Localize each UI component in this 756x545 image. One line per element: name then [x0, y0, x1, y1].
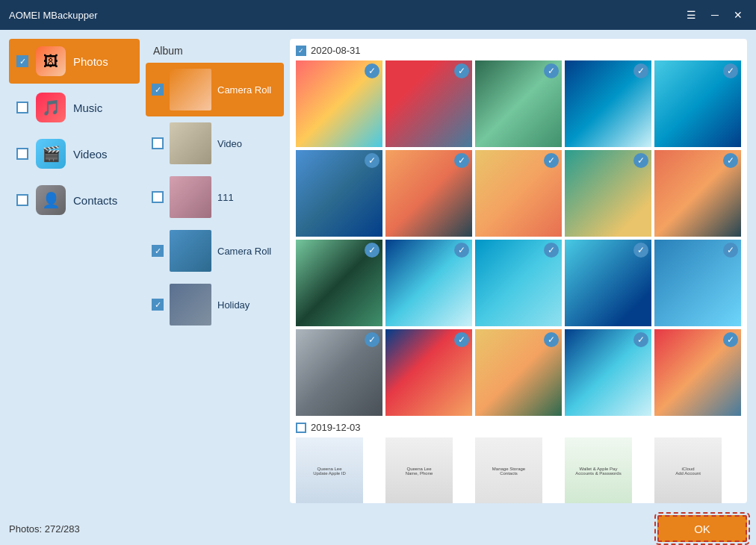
- album-panel: Album Camera Roll Video 111 Camera Roll: [146, 39, 284, 503]
- contacts-label: Contacts: [73, 194, 117, 207]
- screenshot-item[interactable]: Manage StorageContacts: [475, 437, 542, 503]
- date-2020-label: 2020-08-31: [311, 45, 361, 56]
- contacts-icon: 👤: [36, 185, 66, 215]
- camera-roll-2-thumb: [170, 230, 211, 272]
- photo-checkmark: ✓: [633, 243, 648, 258]
- date-2020-checkbox[interactable]: [296, 46, 306, 56]
- screenshot-item[interactable]: Wallet & Apple PayAccounts & Passwords: [565, 437, 632, 503]
- photo-item[interactable]: ✓: [654, 150, 741, 237]
- bottom-bar: Photos: 272/283 OK: [0, 512, 756, 545]
- photo-item[interactable]: ✓: [565, 60, 651, 147]
- screenshot-item[interactable]: iCloudAdd Account: [654, 437, 722, 503]
- photo-checkmark: ✓: [723, 332, 738, 347]
- photo-item[interactable]: ✓: [565, 150, 651, 237]
- photo-item[interactable]: ✓: [475, 150, 562, 237]
- screenshot-item[interactable]: Queena LeeName, Phone: [385, 437, 453, 503]
- photo-item[interactable]: ✓: [385, 240, 472, 326]
- music-icon: 🎵: [36, 93, 66, 122]
- camera-roll-2-label: Camera Roll: [217, 246, 271, 257]
- sidebar-item-contacts[interactable]: 👤 Contacts: [9, 178, 140, 222]
- camera-roll-active-thumb: [170, 69, 211, 110]
- photo-item[interactable]: ✓: [475, 329, 562, 416]
- photo-checkmark: ✓: [544, 153, 559, 168]
- photo-checkmark: ✓: [544, 243, 559, 258]
- title-bar: AOMEI MBackupper ☰ ─ ✕: [0, 0, 756, 30]
- photo-item[interactable]: ✓: [296, 150, 382, 237]
- menu-button[interactable]: ☰: [682, 8, 701, 22]
- photos-checkbox[interactable]: [16, 55, 28, 67]
- photo-item[interactable]: ✓: [385, 329, 472, 416]
- album-header: Album: [146, 39, 284, 63]
- photo-checkmark: ✓: [633, 63, 648, 78]
- screenshot-thumb: Manage StorageContacts: [475, 437, 542, 503]
- photo-checkmark: ✓: [544, 63, 559, 78]
- album-item-camera-roll-2[interactable]: Camera Roll: [146, 224, 284, 278]
- photos-icon: 🖼: [36, 46, 66, 76]
- photo-item[interactable]: ✓: [654, 60, 741, 147]
- minimize-button[interactable]: ─: [707, 8, 723, 22]
- date-section-2019-12: 2019-12-03 Queena LeeUpdate Apple ID Que…: [296, 422, 741, 503]
- ok-button[interactable]: OK: [657, 515, 747, 542]
- photo-item[interactable]: ✓: [475, 240, 562, 326]
- photo-checkmark: ✓: [365, 332, 379, 347]
- screenshot-thumb: Queena LeeUpdate Apple ID: [296, 437, 363, 503]
- photo-grid-panel[interactable]: 2020-08-31 ✓ ✓ ✓ ✓: [290, 39, 747, 503]
- album-item-camera-roll-active[interactable]: Camera Roll: [146, 63, 284, 116]
- date-2019-12-label: 2019-12-03: [311, 422, 361, 433]
- videos-checkbox[interactable]: [16, 148, 28, 160]
- photo-checkmark: ✓: [723, 243, 738, 258]
- status-label: Photos: 272/283: [9, 523, 80, 535]
- photo-checkmark: ✓: [365, 153, 379, 168]
- album-item-video[interactable]: Video: [146, 116, 284, 170]
- photo-checkmark: ✓: [365, 243, 379, 258]
- videos-label: Videos: [73, 148, 108, 161]
- photos-label: Photos: [73, 55, 108, 68]
- videos-icon: 🎬: [36, 139, 66, 169]
- album-item-111[interactable]: 111: [146, 170, 284, 224]
- camera-roll-active-checkbox[interactable]: [152, 84, 164, 96]
- sidebar-item-photos[interactable]: 🖼 Photos: [9, 39, 140, 84]
- album-item-holiday[interactable]: Holiday: [146, 278, 284, 331]
- photo-item[interactable]: ✓: [654, 240, 741, 326]
- photo-checkmark: ✓: [633, 332, 648, 347]
- photo-item[interactable]: ✓: [565, 329, 651, 416]
- date-2019-12-checkbox[interactable]: [296, 423, 306, 433]
- photo-checkmark: ✓: [454, 332, 469, 347]
- main-area: 🖼 Photos 🎵 Music 🎬 Videos 👤 Contacts Alb…: [0, 30, 756, 512]
- album-111-checkbox[interactable]: [152, 191, 164, 203]
- sidebar-item-music[interactable]: 🎵 Music: [9, 85, 140, 130]
- music-checkbox[interactable]: [16, 102, 28, 113]
- close-button[interactable]: ✕: [729, 8, 747, 22]
- video-label: Video: [217, 138, 242, 149]
- screenshot-thumb: Queena LeeName, Phone: [385, 437, 453, 503]
- photo-item[interactable]: ✓: [654, 329, 741, 416]
- date-header-2020[interactable]: 2020-08-31: [296, 45, 741, 56]
- photo-item[interactable]: ✓: [296, 60, 382, 147]
- window-controls: ☰ ─ ✕: [682, 8, 747, 22]
- date-section-2020: 2020-08-31 ✓ ✓ ✓ ✓: [296, 45, 741, 416]
- photo-item[interactable]: ✓: [385, 60, 472, 147]
- holiday-label: Holiday: [217, 299, 250, 311]
- photo-checkmark: ✓: [723, 153, 738, 168]
- video-thumb: [170, 122, 211, 164]
- screenshot-thumb: iCloudAdd Account: [654, 437, 722, 503]
- photo-item[interactable]: ✓: [475, 60, 562, 147]
- photo-item[interactable]: ✓: [296, 329, 382, 416]
- photo-checkmark: ✓: [633, 153, 648, 168]
- sidebar: 🖼 Photos 🎵 Music 🎬 Videos 👤 Contacts: [9, 39, 140, 503]
- sidebar-item-videos[interactable]: 🎬 Videos: [9, 131, 140, 176]
- contacts-checkbox[interactable]: [16, 194, 28, 206]
- photo-item[interactable]: ✓: [385, 150, 472, 237]
- camera-roll-2-checkbox[interactable]: [152, 245, 164, 257]
- photo-grid-2020: ✓ ✓ ✓ ✓ ✓: [296, 60, 741, 416]
- photo-checkmark: ✓: [723, 63, 738, 78]
- photo-item[interactable]: ✓: [296, 240, 382, 326]
- album-111-label: 111: [217, 192, 234, 203]
- photo-item[interactable]: ✓: [565, 240, 651, 326]
- camera-roll-active-label: Camera Roll: [217, 84, 271, 96]
- holiday-checkbox[interactable]: [152, 299, 164, 311]
- screenshot-item[interactable]: Queena LeeUpdate Apple ID: [296, 437, 363, 503]
- date-header-2019-12[interactable]: 2019-12-03: [296, 422, 741, 433]
- video-checkbox[interactable]: [152, 137, 164, 149]
- album-111-thumb: [170, 176, 211, 218]
